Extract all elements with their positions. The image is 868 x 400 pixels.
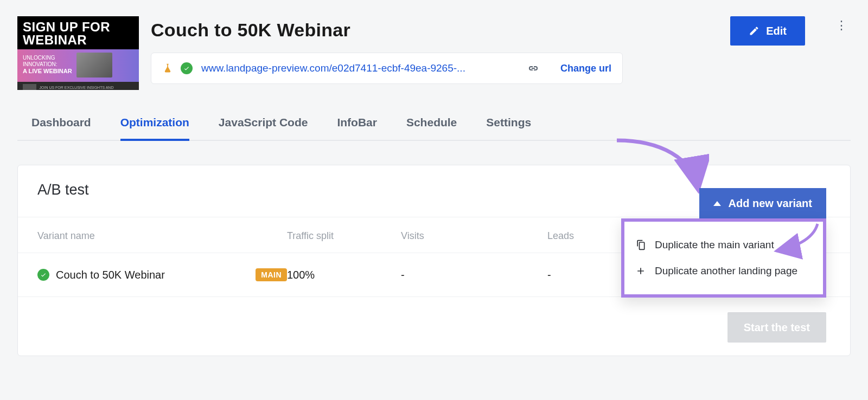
- caret-up-icon: [713, 201, 721, 206]
- main-badge: MAIN: [256, 268, 287, 281]
- page-header: SIGN UP FOR WEBINAR UNLOCKING INNOVATION…: [17, 16, 851, 90]
- tabs: Dashboard Optimization JavaScript Code I…: [17, 109, 851, 141]
- thumb-mid-text: UNLOCKING INNOVATION: A LIVE WEBINAR: [23, 55, 72, 75]
- link-icon[interactable]: [527, 62, 540, 75]
- dropdown-duplicate-main-label: Duplicate the main variant: [655, 239, 774, 251]
- pencil-icon: [749, 25, 760, 36]
- row-variant-name: Couch to 50K Webinar: [56, 269, 165, 281]
- thumb-line2: WEBINAR: [23, 33, 87, 47]
- change-url-link[interactable]: Change url: [560, 63, 611, 74]
- flask-icon: [162, 63, 173, 74]
- add-variant-dropdown: Duplicate the main variant Duplicate ano…: [621, 218, 826, 298]
- plus-icon: [635, 266, 646, 276]
- abtest-title: A/B test: [37, 182, 89, 198]
- copy-icon: [635, 240, 646, 250]
- add-variant-button[interactable]: Add new variant: [699, 188, 826, 218]
- preview-url[interactable]: www.landpage-preview.com/e02d7411-ecbf-4…: [201, 62, 519, 74]
- row-status-check-icon: [37, 269, 49, 281]
- col-variant-name: Variant name: [37, 230, 287, 242]
- edit-button[interactable]: Edit: [730, 16, 805, 46]
- dropdown-duplicate-main[interactable]: Duplicate the main variant: [634, 234, 813, 256]
- tab-javascript[interactable]: JavaScript Code: [219, 109, 308, 140]
- dropdown-duplicate-other[interactable]: Duplicate another landing page: [634, 260, 813, 282]
- row-traffic-split: 100%: [287, 269, 401, 281]
- abtest-card: A/B test Add new variant Duplicate the m…: [17, 165, 851, 356]
- page-title: Couch to 50K Webinar: [151, 20, 718, 41]
- col-traffic-split: Traffic split: [287, 230, 401, 242]
- add-variant-label: Add new variant: [729, 197, 812, 210]
- url-card: www.landpage-preview.com/e02d7411-ecbf-4…: [151, 53, 623, 84]
- edit-button-label: Edit: [766, 25, 787, 37]
- tab-settings[interactable]: Settings: [486, 109, 531, 140]
- start-test-button[interactable]: Start the test: [727, 312, 826, 343]
- thumb-line1: SIGN UP FOR: [23, 20, 110, 34]
- status-check-icon: [181, 62, 193, 74]
- tab-optimization[interactable]: Optimization: [120, 109, 189, 141]
- row-visits: -: [401, 269, 547, 281]
- thumb-caption: JOIN US FOR EXCLUSIVE INSIGHTS AND STRAT…: [40, 86, 133, 90]
- tab-infobar[interactable]: InfoBar: [337, 109, 377, 140]
- landing-page-thumbnail[interactable]: SIGN UP FOR WEBINAR UNLOCKING INNOVATION…: [17, 16, 139, 90]
- dropdown-duplicate-other-label: Duplicate another landing page: [655, 265, 797, 277]
- tab-dashboard[interactable]: Dashboard: [31, 109, 91, 140]
- thumb-person-image: [76, 53, 112, 78]
- thumb-mini-image: [23, 84, 36, 90]
- more-menu-icon[interactable]: ⋮: [832, 16, 851, 34]
- col-visits: Visits: [401, 230, 547, 242]
- tab-schedule[interactable]: Schedule: [406, 109, 457, 140]
